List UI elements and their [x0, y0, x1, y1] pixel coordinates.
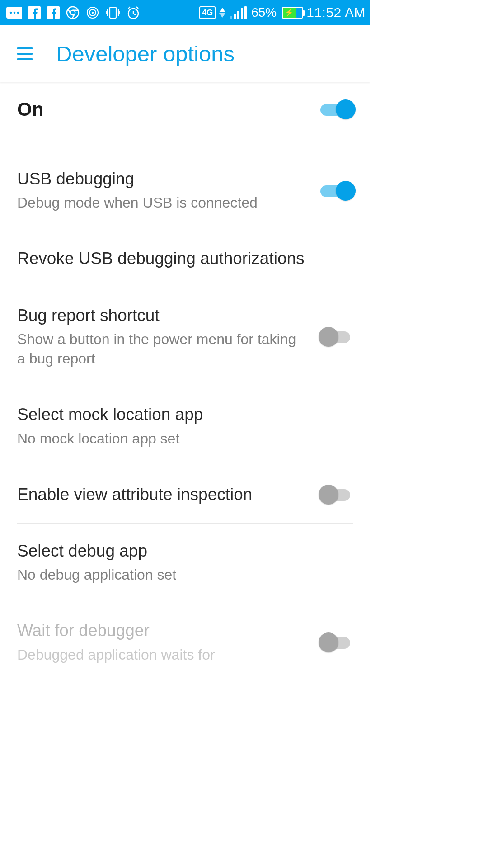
- master-toggle-label: On: [17, 99, 43, 120]
- setting-item[interactable]: Bug report shortcutShow a button in the …: [17, 288, 353, 387]
- setting-title: USB debugging: [17, 169, 308, 189]
- signal-icon: [230, 6, 247, 19]
- network-type-badge: 4G: [199, 6, 216, 19]
- vibrate-icon: [106, 6, 120, 19]
- page-title: Developer options: [56, 41, 235, 66]
- setting-item[interactable]: Select mock location appNo mock location…: [17, 387, 353, 467]
- battery-percent: 65%: [251, 5, 277, 20]
- status-bar: 4G 65% ⚡ 11:52 AM: [0, 0, 370, 25]
- setting-item: Wait for debuggerDebugged application wa…: [17, 603, 353, 683]
- setting-switch: [320, 632, 353, 652]
- setting-title: Select debug app: [17, 541, 353, 561]
- setting-subtitle: Debug mode when USB is connected: [17, 193, 308, 212]
- setting-text: USB debuggingDebug mode when USB is conn…: [17, 169, 308, 212]
- svg-rect-10: [110, 7, 116, 18]
- app-bar: Developer options: [0, 25, 370, 82]
- alarm-icon: [127, 6, 140, 19]
- status-right-icons: 4G 65% ⚡ 11:52 AM: [199, 5, 366, 20]
- menu-icon[interactable]: [17, 47, 33, 60]
- setting-item[interactable]: Enable view attribute inspection: [17, 467, 353, 524]
- battery-icon: ⚡: [282, 7, 303, 19]
- setting-subtitle: No debug application set: [17, 565, 353, 585]
- setting-text: Select mock location appNo mock location…: [17, 404, 353, 448]
- developer-options-toggle-row[interactable]: On: [0, 82, 370, 143]
- setting-text: Wait for debuggerDebugged application wa…: [17, 620, 308, 664]
- clock: 11:52 AM: [306, 5, 366, 20]
- data-activity-icon: [219, 8, 225, 18]
- setting-item[interactable]: Revoke USB debugging authorizations: [17, 231, 353, 288]
- setting-text: Revoke USB debugging authorizations: [17, 248, 353, 269]
- setting-item[interactable]: USB debuggingDebug mode when USB is conn…: [17, 143, 353, 231]
- setting-text: Select debug appNo debug application set: [17, 541, 353, 585]
- svg-point-9: [92, 12, 94, 14]
- setting-switch[interactable]: [320, 485, 353, 505]
- status-left-icons: [6, 6, 140, 19]
- master-toggle-switch[interactable]: [320, 99, 353, 119]
- hotspot-icon: [86, 6, 99, 19]
- notification-more-icon: [6, 7, 22, 19]
- setting-switch[interactable]: [320, 327, 353, 347]
- facebook-icon: [28, 6, 41, 19]
- svg-point-1: [14, 12, 16, 14]
- setting-subtitle: Show a button in the power menu for taki…: [17, 330, 308, 368]
- chrome-icon: [66, 6, 80, 19]
- setting-subtitle: No mock location app set: [17, 429, 353, 448]
- facebook-icon: [47, 6, 60, 19]
- setting-text: Enable view attribute inspection: [17, 484, 308, 505]
- setting-title: Select mock location app: [17, 404, 353, 425]
- svg-point-0: [10, 12, 12, 14]
- setting-text: Bug report shortcutShow a button in the …: [17, 305, 308, 369]
- settings-list: USB debuggingDebug mode when USB is conn…: [0, 143, 370, 683]
- setting-title: Wait for debugger: [17, 620, 308, 641]
- setting-title: Revoke USB debugging authorizations: [17, 248, 353, 269]
- setting-title: Enable view attribute inspection: [17, 484, 308, 505]
- setting-title: Bug report shortcut: [17, 305, 308, 326]
- svg-point-2: [17, 12, 19, 14]
- setting-item[interactable]: Select debug appNo debug application set: [17, 524, 353, 603]
- setting-subtitle: Debugged application waits for: [17, 645, 308, 665]
- setting-switch[interactable]: [320, 181, 353, 201]
